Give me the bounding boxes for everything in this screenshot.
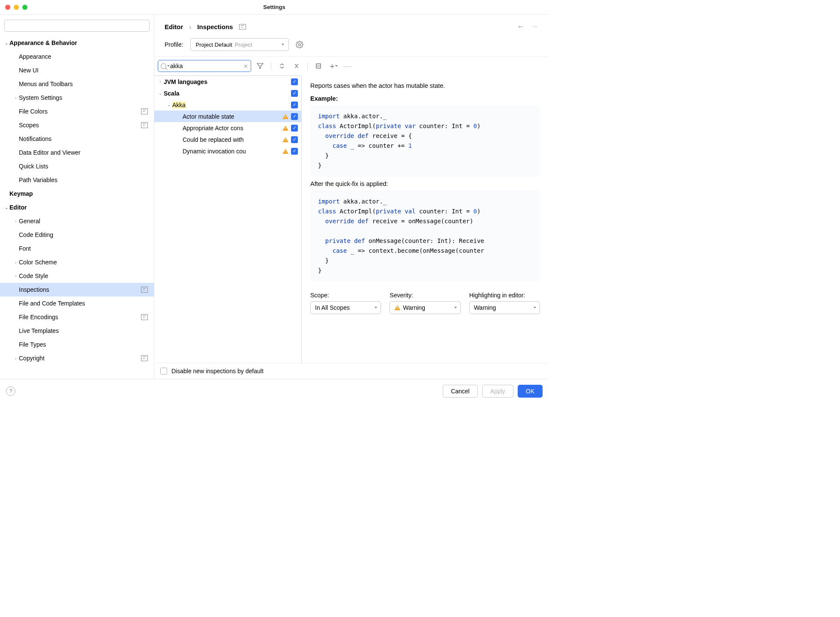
sidebar-item-label: Path Variables — [19, 177, 154, 183]
gear-icon[interactable] — [296, 41, 303, 48]
filter-icon[interactable] — [255, 60, 266, 72]
sidebar-item-system-settings[interactable]: ›System Settings — [0, 91, 154, 105]
titlebar: Settings — [0, 0, 549, 15]
breadcrumb-item[interactable]: Editor — [165, 23, 183, 30]
sidebar-item-code-style[interactable]: ›Code Style — [0, 269, 154, 283]
sidebar-item-live-templates[interactable]: Live Templates — [0, 324, 154, 338]
profile-scope: Project — [235, 42, 252, 48]
sidebar-item-code-editing[interactable]: Code Editing — [0, 228, 154, 242]
severity-select[interactable]: Warning — [390, 301, 460, 314]
inspection-tree-item[interactable]: ⌄Scala✓ — [154, 87, 301, 99]
sidebar-item-quick-lists[interactable]: Quick Lists — [0, 159, 154, 173]
sidebar-item-label: File Encodings — [19, 314, 141, 320]
sidebar-item-file-encodings[interactable]: File Encodings — [0, 310, 154, 324]
window-title: Settings — [263, 4, 285, 10]
chevron-down-icon — [375, 307, 377, 308]
chevron-down-icon[interactable]: ⌄ — [165, 102, 172, 107]
sidebar-item-label: Keymap — [9, 190, 154, 197]
chevron-down-icon — [454, 307, 457, 308]
add-icon[interactable]: ＋ — [327, 60, 339, 72]
scope-select[interactable]: In All Scopes — [310, 301, 381, 314]
sidebar-item-label: Appearance — [19, 53, 154, 60]
example-heading: Example: — [310, 95, 540, 102]
sidebar-item-label: Inspections — [19, 286, 141, 293]
inspection-checkbox[interactable]: ✓ — [291, 125, 298, 132]
minimize-icon[interactable] — [14, 5, 19, 10]
project-scope-icon — [141, 122, 148, 128]
chevron-right-icon: › — [13, 96, 19, 100]
collapse-all-icon[interactable] — [291, 60, 302, 72]
remove-icon[interactable]: — — [342, 60, 353, 72]
forward-button[interactable]: → — [531, 22, 538, 31]
inspection-checkbox[interactable]: ✓ — [291, 136, 298, 143]
sidebar-item-file-types[interactable]: File Types — [0, 338, 154, 351]
sidebar-item-general[interactable]: ›General — [0, 214, 154, 228]
sidebar-item-menus-and-toolbars[interactable]: Menus and Toolbars — [0, 77, 154, 91]
expand-all-icon[interactable] — [276, 60, 288, 72]
project-scope-icon — [141, 287, 148, 293]
profile-select[interactable]: Project Default Project — [190, 38, 289, 51]
sidebar-item-label: System Settings — [19, 94, 154, 101]
back-button[interactable]: ← — [517, 22, 525, 31]
zoom-icon[interactable] — [22, 5, 27, 10]
sidebar-item-inspections[interactable]: Inspections — [0, 283, 154, 297]
sidebar-item-font[interactable]: Font — [0, 242, 154, 255]
sidebar-item-appearance-behavior[interactable]: ⌄Appearance & Behavior — [0, 36, 154, 50]
chevron-right-icon[interactable]: › — [157, 79, 164, 84]
disable-new-inspections-label: Disable new inspections by default — [171, 368, 264, 374]
inspection-tree-item[interactable]: Could be replaced with✓ — [154, 134, 301, 145]
chevron-down-icon — [282, 44, 284, 45]
warning-icon — [282, 137, 288, 142]
sidebar-item-color-scheme[interactable]: ›Color Scheme — [0, 255, 154, 269]
sidebar-item-label: Live Templates — [19, 327, 154, 334]
inspection-tree-item[interactable]: ⌄Akka✓ — [154, 99, 301, 111]
highlighting-select[interactable]: Warning — [469, 301, 540, 314]
sidebar-item-copyright[interactable]: ›Copyright — [0, 351, 154, 365]
chevron-down-icon[interactable]: ⌄ — [157, 91, 164, 96]
sidebar-item-label: Menus and Toolbars — [19, 81, 154, 87]
inspection-checkbox[interactable]: ✓ — [291, 102, 298, 108]
help-icon[interactable]: ? — [6, 386, 15, 396]
ok-button[interactable]: OK — [518, 385, 543, 398]
inspection-label: Akka — [172, 102, 291, 108]
chevron-right-icon: › — [13, 219, 19, 224]
inspection-checkbox[interactable]: ✓ — [291, 78, 298, 85]
clear-icon[interactable]: ✕ — [243, 63, 248, 69]
sidebar-item-label: Color Scheme — [19, 259, 154, 266]
sidebar-item-label: Notifications — [19, 135, 154, 142]
inspection-tree-item[interactable]: Appropriate Actor cons✓ — [154, 122, 301, 134]
inspection-checkbox[interactable]: ✓ — [291, 90, 298, 97]
inspection-tree-item[interactable]: Actor mutable state✓ — [154, 111, 301, 122]
sidebar-search-input[interactable] — [4, 20, 150, 32]
disable-new-inspections-checkbox[interactable] — [160, 368, 167, 374]
sidebar-item-notifications[interactable]: Notifications — [0, 132, 154, 146]
warning-icon — [282, 126, 288, 131]
inspection-checkbox[interactable]: ✓ — [291, 148, 298, 155]
sidebar-item-data-editor-and-viewer[interactable]: Data Editor and Viewer — [0, 146, 154, 159]
sidebar-item-file-colors[interactable]: File Colors — [0, 105, 154, 118]
warning-icon — [394, 305, 400, 310]
inspection-label: JVM languages — [164, 78, 291, 85]
sidebar-item-appearance[interactable]: Appearance — [0, 50, 154, 63]
apply-button[interactable]: Apply — [482, 385, 513, 398]
sidebar-item-keymap[interactable]: Keymap — [0, 187, 154, 201]
cancel-button[interactable]: Cancel — [443, 385, 478, 398]
inspection-label: Could be replaced with — [183, 136, 282, 143]
sidebar-item-new-ui[interactable]: New UI — [0, 63, 154, 77]
sidebar-item-label: Copyright — [19, 355, 141, 362]
reset-icon[interactable] — [313, 60, 324, 72]
inspection-search-input[interactable]: ✕ — [158, 60, 251, 72]
chevron-right-icon: › — [189, 23, 191, 30]
sidebar-item-file-and-code-templates[interactable]: File and Code Templates — [0, 297, 154, 310]
project-scope-icon — [239, 24, 246, 30]
close-icon[interactable] — [5, 5, 10, 10]
inspection-tree-item[interactable]: ›JVM languages✓ — [154, 76, 301, 87]
inspection-checkbox[interactable]: ✓ — [291, 113, 298, 120]
breadcrumb-item: Inspections — [197, 23, 233, 30]
sidebar-item-scopes[interactable]: Scopes — [0, 118, 154, 132]
inspection-tree-item[interactable]: Dynamic invocation cou✓ — [154, 145, 301, 157]
sidebar-item-editor[interactable]: ⌄Editor — [0, 201, 154, 214]
sidebar-item-label: Editor — [9, 204, 154, 211]
sidebar-item-label: File and Code Templates — [19, 300, 154, 307]
sidebar-item-path-variables[interactable]: Path Variables — [0, 173, 154, 187]
